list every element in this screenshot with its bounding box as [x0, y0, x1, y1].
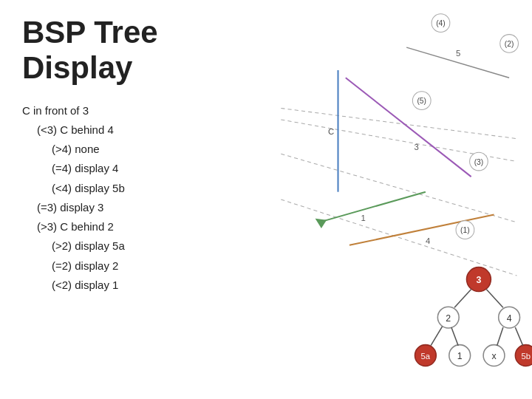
left-panel: BSP Tree Display C in front of 3(<3) C b… — [0, 0, 273, 399]
bsp-diagram: C 1 3 4 5 (4) (2) (5) — [273, 0, 532, 399]
svg-marker-7 — [316, 219, 327, 228]
tree-item: (<3) C behind 4 — [37, 120, 251, 140]
svg-text:(3): (3) — [474, 158, 484, 166]
main-container: BSP Tree Display C in front of 3(<3) C b… — [0, 0, 532, 399]
svg-text:x: x — [491, 351, 497, 361]
page-title: BSP Tree Display — [22, 15, 251, 86]
svg-text:4: 4 — [426, 236, 430, 245]
svg-text:1: 1 — [361, 214, 365, 222]
tree-list: C in front of 3(<3) C behind 4(>4) none(… — [22, 101, 251, 296]
svg-text:4: 4 — [507, 313, 512, 324]
svg-line-43 — [497, 327, 503, 346]
svg-line-44 — [515, 327, 522, 346]
tree-item: (=2) display 2 — [52, 256, 251, 276]
svg-text:3: 3 — [477, 275, 482, 285]
svg-text:5a: 5a — [421, 352, 431, 361]
svg-line-6 — [319, 192, 426, 222]
tree-item: (>2) display 5a — [52, 236, 251, 256]
tree-item: (=3) display 3 — [37, 198, 251, 217]
tree-item: (<2) display 1 — [52, 276, 251, 295]
svg-line-41 — [431, 327, 442, 346]
svg-line-42 — [451, 327, 458, 346]
svg-text:(1): (1) — [460, 226, 470, 234]
svg-line-9 — [346, 78, 471, 177]
svg-text:1: 1 — [457, 351, 463, 361]
svg-text:(4): (4) — [436, 19, 446, 27]
svg-line-40 — [486, 289, 503, 307]
svg-text:(2): (2) — [505, 40, 514, 48]
svg-text:(5): (5) — [417, 97, 426, 105]
tree-item: (>4) none — [52, 140, 251, 159]
svg-text:3: 3 — [414, 143, 418, 151]
svg-text:C: C — [328, 128, 334, 137]
right-panel: C 1 3 4 5 (4) (2) (5) — [273, 0, 532, 399]
svg-text:5b: 5b — [521, 352, 531, 361]
svg-text:2: 2 — [446, 313, 451, 324]
svg-line-3 — [281, 200, 516, 276]
svg-line-39 — [454, 289, 471, 307]
svg-text:5: 5 — [456, 49, 460, 58]
tree-item: (=4) display 4 — [52, 159, 251, 178]
tree-item: (<4) display 5b — [52, 179, 251, 198]
tree-item: C in front of 3 — [22, 101, 251, 120]
tree-item: (>3) C behind 2 — [37, 217, 251, 236]
svg-line-0 — [281, 108, 516, 138]
